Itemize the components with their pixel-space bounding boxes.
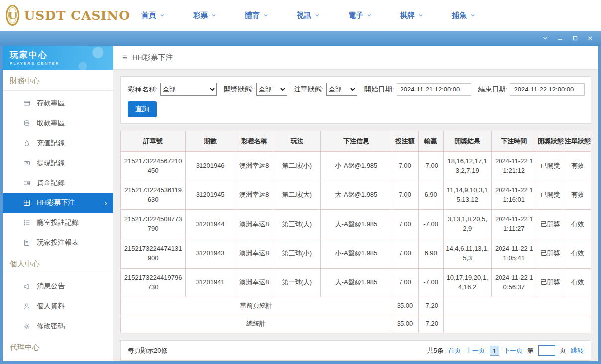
sidebar-item-funds-records[interactable]: 資金記錄: [3, 173, 113, 193]
sidebar-item-recharge-records[interactable]: 充值記錄: [3, 133, 113, 153]
table-cell: 已開獎: [537, 210, 564, 239]
top-nav-item-lottery[interactable]: 彩票: [193, 11, 245, 20]
summary-bet-total: 35.00: [392, 297, 418, 315]
lottery-select[interactable]: 全部: [160, 83, 217, 96]
sidebar-section-agent-center: 代理中心: [3, 336, 113, 357]
table-cell: 2024-11-22 11:05:41: [491, 239, 537, 269]
table-cell: 10,17,19,20,1,4,16,2: [443, 268, 491, 297]
table-cell: 第二球(大): [273, 181, 321, 210]
top-nav-item-sports[interactable]: 體育: [245, 11, 297, 20]
brand-logo[interactable]: U USDT CASINO: [0, 5, 130, 26]
maximize-icon[interactable]: [571, 34, 579, 42]
lottery-label: 彩種名稱:: [128, 85, 158, 94]
collapse-icon[interactable]: [541, 34, 549, 42]
first-page-link[interactable]: 首页: [448, 346, 461, 355]
list-icon: [23, 219, 31, 226]
sidebar-header: 玩家中心 PLAYERS CENTER: [3, 46, 113, 70]
next-page-link[interactable]: 下一页: [503, 346, 523, 355]
sidebar-item-hall-bet-records[interactable]: 廳室投註記錄: [3, 213, 113, 233]
search-button[interactable]: 查詢: [128, 101, 157, 117]
end-date-filter: 結束日期:: [478, 83, 585, 96]
top-header: U USDT CASINO 首頁 彩票 體育 視訊 電子 棋牌 捕魚: [0, 0, 601, 31]
sidebar-item-announcements[interactable]: 消息公告: [3, 276, 113, 296]
sidebar-item-change-password[interactable]: 修改密碼: [3, 316, 113, 336]
table-cell: 第一球(大): [273, 268, 321, 297]
coins-icon: [23, 120, 31, 127]
players-center-subtitle: PLAYERS CENTER: [10, 61, 106, 66]
top-nav-item-board-games[interactable]: 棋牌: [400, 11, 452, 20]
brand-logo-icon: U: [6, 5, 19, 26]
sidebar-item-label: 資金記錄: [37, 179, 65, 187]
minimize-icon[interactable]: [556, 34, 564, 42]
sidebar-item-player-bet-report[interactable]: 玩家投注報表: [3, 233, 113, 253]
summary-winloss-total: -7.20: [418, 315, 443, 333]
logo-letter: U: [8, 9, 17, 22]
recharge-icon: [23, 140, 31, 147]
sidebar-item-label: 提現記錄: [37, 159, 65, 168]
page-number-input[interactable]: [538, 345, 555, 356]
content-frame: 玩家中心 PLAYERS CENTER 財務中心 存款專區 取款專區 充值記錄 …: [0, 46, 601, 364]
sidebar-item-withdraw[interactable]: 取款專區: [3, 113, 113, 133]
nav-label: 彩票: [193, 11, 208, 20]
summary-row: 總統計35.00-7.20: [121, 315, 591, 333]
column-header: 開獎結果: [443, 131, 491, 152]
table-cell: 2024-11-22 11:11:27: [491, 210, 537, 239]
summary-row: 當前頁統計35.00-7.20: [121, 297, 591, 315]
breadcrumb: ≡ HH彩票下注: [113, 46, 598, 70]
top-nav-item-fishing[interactable]: 捕魚: [452, 11, 503, 20]
sidebar-item-label: 玩家投注報表: [37, 238, 79, 247]
page: U USDT CASINO 首頁 彩票 體育 視訊 電子 棋牌 捕魚: [0, 0, 601, 364]
nav-label: 棋牌: [400, 11, 415, 20]
lottery-filter: 彩種名稱: 全部: [128, 83, 217, 96]
top-nav-item-slots[interactable]: 電子: [348, 11, 400, 20]
sidebar-item-label: 充值記錄: [37, 139, 65, 148]
close-icon[interactable]: [586, 34, 594, 42]
sidebar-item-hh-lottery-bets[interactable]: HH彩票下注›: [3, 193, 113, 213]
sidebar-item-withdrawal-records[interactable]: 提現記錄: [3, 153, 113, 173]
main-content: 彩種名稱: 全部 開獎狀態: 全部 注單狀態:: [113, 70, 598, 361]
column-header: 期數: [186, 131, 235, 152]
sidebar-item-label: 修改密碼: [37, 322, 65, 331]
user-icon: [23, 303, 31, 310]
column-header: 投注額: [392, 131, 418, 152]
table-cell: 已開獎: [537, 181, 564, 210]
current-page-badge[interactable]: 1: [490, 346, 499, 356]
order-status-select[interactable]: 全部: [326, 83, 357, 96]
table-cell: 2152173224536119630: [121, 181, 186, 210]
menu-icon[interactable]: ≡: [122, 53, 127, 63]
end-date-label: 結束日期:: [478, 85, 508, 94]
start-date-input[interactable]: [397, 83, 471, 96]
sidebar-item-label: 存款專區: [37, 99, 65, 108]
table-cell: 6.90: [418, 181, 443, 210]
nav-label: 首頁: [141, 11, 156, 20]
sidebar-item-label: 個人資料: [37, 302, 65, 311]
page-prefix-label: 第: [527, 346, 534, 355]
table-cell: 有效: [564, 210, 591, 239]
column-header: 下注信息: [321, 131, 392, 152]
draw-status-select[interactable]: 全部: [256, 83, 287, 96]
column-header: 玩法: [273, 131, 321, 152]
top-nav-item-home[interactable]: 首頁: [141, 11, 193, 20]
table-cell: 6.90: [418, 239, 443, 269]
prev-page-link[interactable]: 上一页: [466, 346, 485, 355]
chevron-down-icon: [315, 13, 320, 18]
top-nav-item-video[interactable]: 視訊: [297, 11, 348, 20]
sidebar-item-profile[interactable]: 個人資料: [3, 296, 113, 316]
table-cell: 第二球(小): [273, 152, 321, 181]
table-cell: 14,4,6,11,13,1,5,3: [443, 239, 491, 269]
table-cell: 2024-11-22 11:16:01: [491, 181, 537, 210]
total-count-text: 共5条: [427, 346, 444, 355]
table-cell: 澳洲幸运8: [235, 210, 273, 239]
cash-icon: [23, 160, 31, 167]
table-cell: 7.00: [392, 181, 418, 210]
end-date-input[interactable]: [510, 83, 585, 96]
chevron-down-icon: [367, 13, 372, 18]
sidebar-item-deposit[interactable]: 存款專區: [3, 93, 113, 113]
sidebar-item-label: 取款專區: [37, 119, 65, 128]
megaphone-icon: [23, 283, 31, 290]
page-size-text: 每頁顯示20條: [128, 346, 167, 355]
table-cell: 已開獎: [537, 152, 564, 181]
table-cell: -7.00: [418, 268, 443, 297]
page-title: HH彩票下注: [132, 53, 173, 62]
jump-link[interactable]: 跳转: [571, 346, 584, 355]
